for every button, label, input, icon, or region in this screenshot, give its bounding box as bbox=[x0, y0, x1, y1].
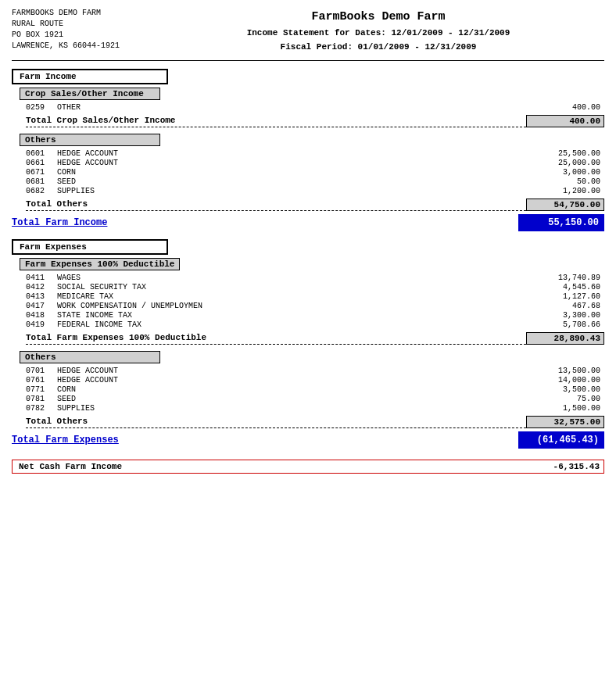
row-label: SUPPLIES bbox=[57, 187, 526, 195]
company-address3: LAWRENCE, KS 66044-1921 bbox=[12, 41, 120, 52]
deductible-subsection: Farm Expenses 100% Deductible 0411 WAGES… bbox=[20, 258, 604, 345]
income-others-total-row: Total Others 54,750.00 bbox=[20, 199, 604, 211]
row-amount: 3,000.00 bbox=[526, 168, 604, 177]
farm-income-section: Farm Income Crop Sales/Other Income 0259… bbox=[12, 69, 604, 231]
row-label: CORN bbox=[57, 385, 526, 394]
row-code: 0413 bbox=[26, 292, 57, 301]
crop-sales-subsection: Crop Sales/Other Income 0259 OTHER 400.0… bbox=[20, 88, 604, 127]
table-row: 0671 CORN 3,000.00 bbox=[20, 168, 604, 177]
deductible-total-amount: 28,890.43 bbox=[526, 332, 604, 345]
row-label: HEDGE ACCOUNT bbox=[57, 376, 526, 385]
report-header: FARMBOOKS DEMO FARM RURAL ROUTE PO BOX 1… bbox=[12, 8, 604, 54]
row-label: WAGES bbox=[57, 274, 526, 282]
row-amount: 5,708.66 bbox=[526, 320, 604, 329]
farm-expenses-total-amount: (61,465.43) bbox=[518, 431, 604, 449]
farm-income-total-amount: 55,150.00 bbox=[518, 214, 604, 231]
crop-sales-label: Crop Sales/Other Income bbox=[20, 88, 160, 100]
table-row: 0601 HEDGE ACCOUNT 25,500.00 bbox=[20, 149, 604, 158]
table-row: 0413 MEDICARE TAX 1,127.60 bbox=[20, 292, 604, 301]
row-amount: 25,000.00 bbox=[526, 159, 604, 167]
row-amount: 1,127.60 bbox=[526, 292, 604, 301]
company-address2: PO BOX 1921 bbox=[12, 30, 120, 41]
row-label: HEDGE ACCOUNT bbox=[57, 159, 526, 167]
row-code: 0781 bbox=[26, 395, 57, 403]
income-others-label: Others bbox=[20, 134, 160, 146]
expense-others-label: Others bbox=[20, 351, 160, 363]
row-code: 0411 bbox=[26, 274, 57, 282]
row-label: HEDGE ACCOUNT bbox=[57, 149, 526, 158]
row-amount: 4,545.60 bbox=[526, 283, 604, 292]
row-code: 0771 bbox=[26, 385, 57, 394]
table-row: 0771 CORN 3,500.00 bbox=[20, 385, 604, 394]
expense-others-subsection: Others 0701 HEDGE ACCOUNT 13,500.00 0761… bbox=[20, 351, 604, 428]
row-amount: 1,500.00 bbox=[526, 404, 604, 413]
farm-expenses-header: Farm Expenses bbox=[12, 239, 604, 258]
row-label: SUPPLIES bbox=[57, 404, 526, 413]
crop-sales-total-row: Total Crop Sales/Other Income 400.00 bbox=[20, 115, 604, 127]
crop-sales-total-amount: 400.00 bbox=[526, 115, 604, 127]
row-code: 0681 bbox=[26, 177, 57, 186]
row-amount: 467.68 bbox=[526, 302, 604, 310]
farm-income-label: Farm Income bbox=[12, 69, 168, 84]
row-label: SEED bbox=[57, 395, 526, 403]
row-amount: 400.00 bbox=[526, 103, 604, 112]
deductible-total-row: Total Farm Expenses 100% Deductible 28,8… bbox=[20, 332, 604, 345]
expense-others-total-label: Total Others bbox=[26, 417, 526, 428]
row-label: MEDICARE TAX bbox=[57, 292, 526, 301]
row-code: 0412 bbox=[26, 283, 57, 292]
company-name: FARMBOOKS DEMO FARM bbox=[12, 8, 120, 19]
income-others-total-amount: 54,750.00 bbox=[526, 199, 604, 211]
company-address1: RURAL ROUTE bbox=[12, 19, 120, 30]
net-income-row: Net Cash Farm Income -6,315.43 bbox=[12, 460, 604, 474]
farm-expenses-section: Farm Expenses Farm Expenses 100% Deducti… bbox=[12, 239, 604, 449]
row-code: 0701 bbox=[26, 367, 57, 375]
row-label: SOCIAL SECURITY TAX bbox=[57, 283, 526, 292]
row-amount: 1,200.00 bbox=[526, 187, 604, 195]
farm-income-header: Farm Income bbox=[12, 69, 604, 88]
crop-sales-header: Crop Sales/Other Income bbox=[20, 88, 604, 102]
row-code: 0601 bbox=[26, 149, 57, 158]
table-row: 0259 OTHER 400.00 bbox=[20, 103, 604, 112]
row-label: HEDGE ACCOUNT bbox=[57, 367, 526, 375]
report-title-block: FarmBooks Demo Farm Income Statement for… bbox=[152, 8, 604, 54]
row-amount: 3,500.00 bbox=[526, 385, 604, 394]
row-code: 0661 bbox=[26, 159, 57, 167]
income-others-header: Others bbox=[20, 134, 604, 148]
income-others-total-label: Total Others bbox=[26, 199, 526, 211]
row-label: OTHER bbox=[57, 103, 526, 112]
row-amount: 25,500.00 bbox=[526, 149, 604, 158]
table-row: 0682 SUPPLIES 1,200.00 bbox=[20, 187, 604, 195]
row-label: SEED bbox=[57, 177, 526, 186]
deductible-label: Farm Expenses 100% Deductible bbox=[20, 258, 180, 270]
table-row: 0761 HEDGE ACCOUNT 14,000.00 bbox=[20, 376, 604, 385]
farm-income-total-row: Total Farm Income 55,150.00 bbox=[12, 214, 604, 231]
table-row: 0411 WAGES 13,740.89 bbox=[20, 274, 604, 282]
row-code: 0782 bbox=[26, 404, 57, 413]
row-code: 0417 bbox=[26, 302, 57, 310]
table-row: 0418 STATE INCOME TAX 3,300.00 bbox=[20, 311, 604, 320]
row-code: 0761 bbox=[26, 376, 57, 385]
report-subtitle1: Income Statement for Dates: 12/01/2009 -… bbox=[152, 27, 604, 41]
row-amount: 13,500.00 bbox=[526, 367, 604, 375]
table-row: 0412 SOCIAL SECURITY TAX 4,545.60 bbox=[20, 283, 604, 292]
net-income-label: Net Cash Farm Income bbox=[19, 462, 518, 471]
farm-expenses-total-row: Total Farm Expenses (61,465.43) bbox=[12, 431, 604, 449]
row-label: FEDERAL INCOME TAX bbox=[57, 320, 526, 329]
report-title: FarmBooks Demo Farm bbox=[152, 8, 604, 27]
farm-expenses-total-label[interactable]: Total Farm Expenses bbox=[12, 435, 518, 445]
row-code: 0419 bbox=[26, 320, 57, 329]
row-amount: 13,740.89 bbox=[526, 274, 604, 282]
table-row: 0781 SEED 75.00 bbox=[20, 395, 604, 403]
row-amount: 50.00 bbox=[526, 177, 604, 186]
header-divider bbox=[12, 60, 604, 61]
row-code: 0259 bbox=[26, 103, 57, 112]
row-label: WORK COMPENSATION / UNEMPLOYMEN bbox=[57, 302, 526, 310]
deductible-header: Farm Expenses 100% Deductible bbox=[20, 258, 604, 273]
row-code: 0418 bbox=[26, 311, 57, 320]
row-amount: 14,000.00 bbox=[526, 376, 604, 385]
table-row: 0661 HEDGE ACCOUNT 25,000.00 bbox=[20, 159, 604, 167]
farm-income-total-label[interactable]: Total Farm Income bbox=[12, 217, 518, 228]
table-row: 0417 WORK COMPENSATION / UNEMPLOYMEN 467… bbox=[20, 302, 604, 310]
net-income-amount: -6,315.43 bbox=[518, 462, 603, 471]
report-subtitle2: Fiscal Period: 01/01/2009 - 12/31/2009 bbox=[152, 41, 604, 55]
